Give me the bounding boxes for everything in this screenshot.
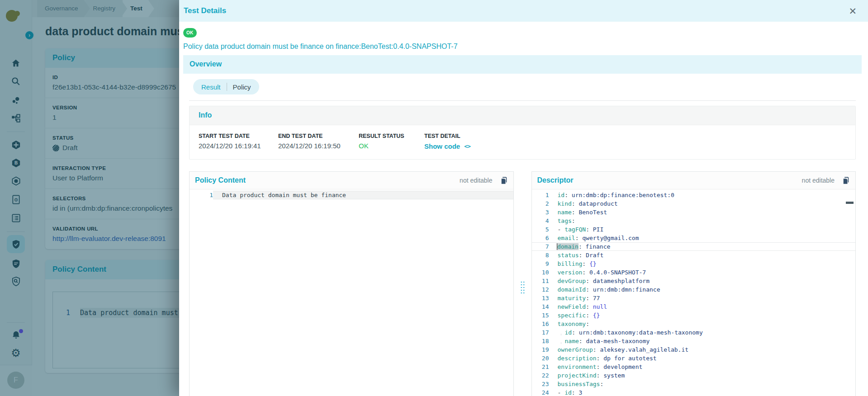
- line-number: 15: [532, 311, 549, 320]
- line-number: 1: [532, 191, 549, 199]
- line-number: 17: [532, 328, 549, 337]
- yaml-line: 16taxonomy:: [532, 320, 856, 328]
- line-number: 10: [532, 268, 549, 277]
- result-policy-tabs: Result Policy: [193, 79, 259, 94]
- status-badge: OK: [183, 28, 197, 38]
- line-number: 1: [190, 191, 213, 199]
- line-number: 18: [532, 337, 549, 345]
- test-subtitle: Policy data product domain must be finan…: [183, 42, 862, 51]
- yaml-line: 21environment: development: [532, 363, 856, 371]
- yaml-line: 13maturity: 77: [532, 294, 856, 302]
- info-title: Info: [190, 106, 855, 125]
- line-number: 5: [532, 225, 549, 234]
- overview-title: Overview: [183, 55, 862, 74]
- line-number: 23: [532, 380, 549, 388]
- yaml-line: 20description: dp for autotest: [532, 354, 856, 363]
- line-number: 2: [532, 199, 549, 208]
- line-number: 24: [532, 388, 549, 396]
- yaml-line: 11devGroup: datameshplatform: [532, 277, 856, 285]
- yaml-line: 7domain: finance: [532, 242, 856, 251]
- line-number: 14: [532, 302, 549, 311]
- yaml-line: 14newField: null: [532, 302, 856, 311]
- drawer-header: Test Details ✕: [179, 0, 868, 22]
- yaml-line: 2kind: dataproduct: [532, 199, 856, 208]
- yaml-line: 5- tagFQN: PII: [532, 225, 856, 234]
- copy-icon[interactable]: [499, 176, 508, 185]
- line-number: 12: [532, 285, 549, 294]
- tab-policy[interactable]: Policy: [233, 83, 251, 91]
- yaml-line: 4tags:: [532, 217, 856, 225]
- descriptor-editor[interactable]: 1id: urn:dmb:dp:finance:benotest:02kind:…: [532, 189, 856, 396]
- line-number: 7: [532, 243, 549, 250]
- line-number: 22: [532, 371, 549, 380]
- line-number: 21: [532, 363, 549, 371]
- line-number: 8: [532, 251, 549, 259]
- overview-section: Overview Result Policy Info START TEST D…: [183, 55, 862, 396]
- result-status: RESULT STATUS OK: [359, 133, 424, 150]
- yaml-line: 24- id: 3: [532, 388, 856, 396]
- yaml-line: 18name: data-mesh-taxonomy: [532, 337, 856, 345]
- show-code-link[interactable]: Show code <>: [424, 142, 470, 150]
- drawer-body: OK Policy data product domain must be fi…: [179, 22, 868, 396]
- test-detail: TEST DETAIL Show code <>: [424, 133, 470, 150]
- yaml-line: 10version: 0.4.0-SNAPSHOT-7: [532, 268, 856, 277]
- selected-token: domain: [557, 243, 579, 250]
- line-number: 20: [532, 354, 549, 363]
- code-line: 1Data product domain must be finance: [190, 191, 513, 199]
- yaml-line: 3name: BenoTest: [532, 208, 856, 217]
- policy-content-panel-title: Policy Content: [195, 176, 246, 184]
- test-details-drawer: Test Details ✕ OK Policy data product do…: [179, 0, 868, 396]
- end-test-date: END TEST DATE 2024/12/20 16:19:50: [278, 133, 359, 150]
- line-number: 13: [532, 294, 549, 302]
- start-test-date: START TEST DATE 2024/12/20 16:19:41: [199, 133, 278, 150]
- line-number: 11: [532, 277, 549, 285]
- line-number: 6: [532, 234, 549, 242]
- line-number: 19: [532, 345, 549, 354]
- yaml-line: 6email: qwerty@gmail.com: [532, 234, 856, 242]
- yaml-line: 1id: urn:dmb:dp:finance:benotest:0: [532, 191, 856, 199]
- tab-separator: [227, 83, 227, 91]
- descriptor-panel-title: Descriptor: [537, 176, 574, 184]
- yaml-line: 8status: Draft: [532, 251, 856, 259]
- yaml-line: 12domainId: urn:dmb:dmn:finance: [532, 285, 856, 294]
- line-number: 3: [532, 208, 549, 217]
- not-editable-badge: not editable: [802, 177, 835, 184]
- scrollbar-cursor-mark: [846, 202, 854, 204]
- policy-content-editor[interactable]: 1Data product domain must be finance: [190, 189, 513, 396]
- yaml-line: 17id: urn:dmb:taxonomy:data-mesh-taxonom…: [532, 328, 856, 337]
- screen: B ⚙: [0, 0, 868, 396]
- line-number: 4: [532, 217, 549, 225]
- not-editable-badge: not editable: [460, 177, 492, 184]
- yaml-line: 19ownerGroup: aleksey.valah_agilelab.it: [532, 345, 856, 354]
- line-number: 16: [532, 320, 549, 328]
- yaml-line: 23businessTags:: [532, 380, 856, 388]
- line-number: 9: [532, 259, 549, 268]
- yaml-line: 9billing: {}: [532, 259, 856, 268]
- close-icon[interactable]: ✕: [849, 6, 857, 16]
- code-icon: <>: [464, 143, 470, 150]
- divider: [189, 100, 856, 101]
- info-card: Info START TEST DATE 2024/12/20 16:19:41…: [189, 106, 856, 160]
- drawer-title: Test Details: [184, 6, 226, 15]
- descriptor-panel: Descriptor not editable 1id:: [531, 171, 856, 396]
- yaml-line: 15specific: {}: [532, 311, 856, 320]
- tab-result[interactable]: Result: [201, 83, 221, 91]
- yaml-line: 22projectKind: system: [532, 371, 856, 380]
- policy-content-panel: Policy Content not editable 1Data produc…: [189, 171, 514, 396]
- copy-icon[interactable]: [841, 176, 850, 185]
- panel-resize-handle[interactable]: [520, 281, 525, 294]
